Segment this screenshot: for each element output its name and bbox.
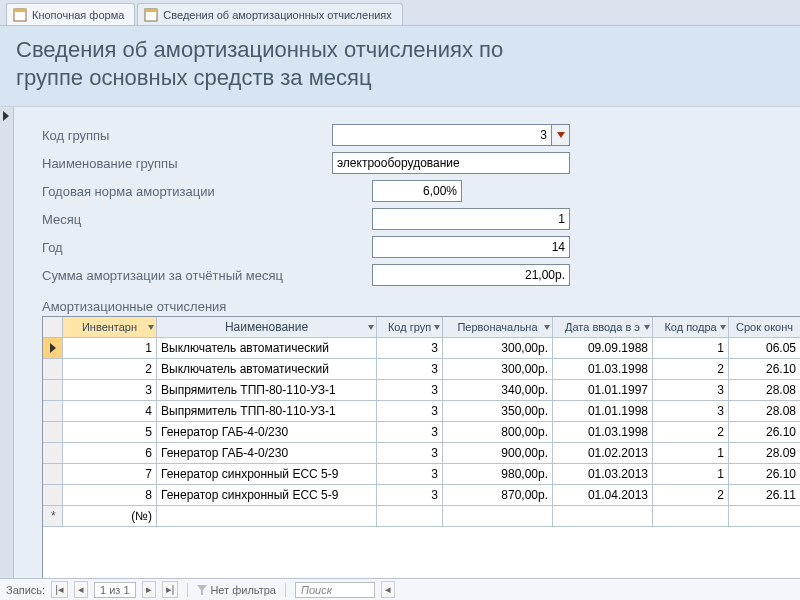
cell-cost[interactable]: 900,00р. <box>443 443 553 464</box>
cell-end[interactable]: 26.11 <box>729 485 800 506</box>
cell-cost[interactable]: 300,00р. <box>443 338 553 359</box>
table-row[interactable]: 5Генератор ГАБ-4-0/2303800,00р.01.03.199… <box>43 422 800 443</box>
cell-name[interactable]: Выпрямитель ТПП-80-110-УЗ-1 <box>157 401 377 422</box>
cell-grp[interactable]: 3 <box>377 401 443 422</box>
nav-first-button[interactable]: |◂ <box>51 581 68 598</box>
cell-cost[interactable]: 300,00р. <box>443 359 553 380</box>
cell-name[interactable]: Выключатель автоматический <box>157 359 377 380</box>
cell-inv[interactable]: 6 <box>63 443 157 464</box>
cell-sub[interactable]: 3 <box>653 401 729 422</box>
cell-end-new[interactable] <box>729 506 800 527</box>
cell-date[interactable]: 01.02.2013 <box>553 443 653 464</box>
cell-inv[interactable]: 8 <box>63 485 157 506</box>
cell-group-new[interactable] <box>377 506 443 527</box>
datasheet-new-row[interactable]: * (№) <box>43 506 800 527</box>
cell-grp[interactable]: 3 <box>377 422 443 443</box>
select-all-cell[interactable] <box>43 317 63 338</box>
record-selector[interactable] <box>0 107 14 578</box>
combo-group-code[interactable] <box>332 124 570 146</box>
cell-name[interactable]: Выпрямитель ТПП-80-110-УЗ-1 <box>157 380 377 401</box>
combo-group-code-input[interactable] <box>332 124 552 146</box>
col-header-cost[interactable]: Первоначальна <box>443 317 553 338</box>
search-prev-button[interactable]: ◂ <box>381 581 395 598</box>
row-selector[interactable] <box>43 422 63 443</box>
cell-sub[interactable]: 1 <box>653 443 729 464</box>
cell-date[interactable]: 01.03.1998 <box>553 359 653 380</box>
row-selector[interactable] <box>43 443 63 464</box>
cell-end[interactable]: 26.10 <box>729 422 800 443</box>
cell-inv[interactable]: 7 <box>63 464 157 485</box>
row-selector[interactable] <box>43 401 63 422</box>
cell-date[interactable]: 01.03.2013 <box>553 464 653 485</box>
cell-inv[interactable]: 1 <box>63 338 157 359</box>
cell-sub[interactable]: 3 <box>653 380 729 401</box>
col-header-end[interactable]: Срок оконч <box>729 317 800 338</box>
cell-end[interactable]: 28.08 <box>729 401 800 422</box>
cell-grp[interactable]: 3 <box>377 338 443 359</box>
input-year[interactable] <box>372 236 570 258</box>
cell-inventory-new[interactable]: (№) <box>63 506 157 527</box>
cell-cost[interactable]: 980,00р. <box>443 464 553 485</box>
cell-date[interactable]: 01.04.2013 <box>553 485 653 506</box>
table-row[interactable]: 1Выключатель автоматический3300,00р.09.0… <box>43 338 800 359</box>
cell-grp[interactable]: 3 <box>377 380 443 401</box>
cell-name[interactable]: Генератор синхронный ЕСС 5-9 <box>157 464 377 485</box>
input-annual-rate[interactable] <box>372 180 462 202</box>
row-selector[interactable] <box>43 380 63 401</box>
cell-date-new[interactable] <box>553 506 653 527</box>
nav-prev-button[interactable]: ◂ <box>74 581 88 598</box>
cell-cost[interactable]: 870,00р. <box>443 485 553 506</box>
cell-sub[interactable]: 1 <box>653 464 729 485</box>
cell-end[interactable]: 26.10 <box>729 359 800 380</box>
cell-cost[interactable]: 350,00р. <box>443 401 553 422</box>
input-total[interactable] <box>372 264 570 286</box>
cell-grp[interactable]: 3 <box>377 485 443 506</box>
col-header-subdiv[interactable]: Код подра <box>653 317 729 338</box>
cell-subdiv-new[interactable] <box>653 506 729 527</box>
row-selector[interactable] <box>43 464 63 485</box>
filter-indicator[interactable]: Нет фильтра <box>197 584 276 596</box>
col-header-inventory[interactable]: Инвентарн <box>63 317 157 338</box>
cell-name[interactable]: Генератор ГАБ-4-0/230 <box>157 443 377 464</box>
table-row[interactable]: 6Генератор ГАБ-4-0/2303900,00р.01.02.201… <box>43 443 800 464</box>
cell-inv[interactable]: 4 <box>63 401 157 422</box>
cell-grp[interactable]: 3 <box>377 464 443 485</box>
cell-inv[interactable]: 2 <box>63 359 157 380</box>
cell-date[interactable]: 09.09.1988 <box>553 338 653 359</box>
cell-end[interactable]: 06.05 <box>729 338 800 359</box>
nav-last-button[interactable]: ▸| <box>162 581 179 598</box>
cell-date[interactable]: 01.03.1998 <box>553 422 653 443</box>
table-row[interactable]: 7Генератор синхронный ЕСС 5-93980,00р.01… <box>43 464 800 485</box>
cell-date[interactable]: 01.01.1997 <box>553 380 653 401</box>
input-month[interactable] <box>372 208 570 230</box>
cell-sub[interactable]: 2 <box>653 422 729 443</box>
cell-date[interactable]: 01.01.1998 <box>553 401 653 422</box>
input-group-name[interactable] <box>332 152 570 174</box>
nav-next-button[interactable]: ▸ <box>142 581 156 598</box>
row-selector[interactable] <box>43 359 63 380</box>
cell-inv[interactable]: 5 <box>63 422 157 443</box>
cell-inv[interactable]: 3 <box>63 380 157 401</box>
cell-grp[interactable]: 3 <box>377 443 443 464</box>
cell-grp[interactable]: 3 <box>377 359 443 380</box>
col-header-date[interactable]: Дата ввода в э <box>553 317 653 338</box>
cell-cost[interactable]: 340,00р. <box>443 380 553 401</box>
cell-name[interactable]: Генератор ГАБ-4-0/230 <box>157 422 377 443</box>
combo-dropdown-button[interactable] <box>552 124 570 146</box>
cell-name[interactable]: Выключатель автоматический <box>157 338 377 359</box>
table-row[interactable]: 3Выпрямитель ТПП-80-110-УЗ-13340,00р.01.… <box>43 380 800 401</box>
cell-end[interactable]: 26.10 <box>729 464 800 485</box>
cell-cost-new[interactable] <box>443 506 553 527</box>
table-row[interactable]: 4Выпрямитель ТПП-80-110-УЗ-13350,00р.01.… <box>43 401 800 422</box>
table-row[interactable]: 8Генератор синхронный ЕСС 5-93870,00р.01… <box>43 485 800 506</box>
row-selector[interactable] <box>43 338 63 359</box>
tab-depreciation-info[interactable]: Сведения об амортизационных отчислениях <box>137 3 402 25</box>
record-position[interactable]: 1 из 1 <box>94 582 136 598</box>
row-selector-new[interactable]: * <box>43 506 63 527</box>
cell-name[interactable]: Генератор синхронный ЕСС 5-9 <box>157 485 377 506</box>
cell-cost[interactable]: 800,00р. <box>443 422 553 443</box>
search-box[interactable]: Поиск <box>295 582 375 598</box>
row-selector[interactable] <box>43 485 63 506</box>
tab-button-form[interactable]: Кнопочная форма <box>6 3 135 25</box>
cell-end[interactable]: 28.08 <box>729 380 800 401</box>
